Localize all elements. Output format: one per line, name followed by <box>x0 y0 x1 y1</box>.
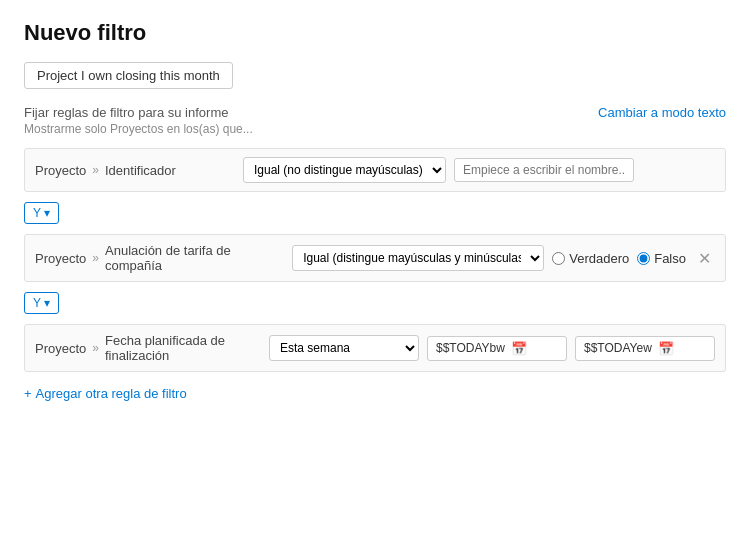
field-entity-3: Proyecto <box>35 341 86 356</box>
field-separator-2: » <box>92 251 99 265</box>
field-name-3: Fecha planificada de finalización <box>105 333 261 363</box>
field-separator-3: » <box>92 341 99 355</box>
filter-settings-subtitle: Mostrarme solo Proyectos en los(as) que.… <box>24 122 253 136</box>
date-end-field-3[interactable]: $$TODAYew 📅 <box>575 336 715 361</box>
radio-true-2[interactable] <box>552 252 565 265</box>
filter-row-1: Proyecto » Identificador Igual (no disti… <box>24 148 726 192</box>
date-end-value-3: $$TODAYew <box>584 341 652 355</box>
filter-name-button[interactable]: Project I own closing this month <box>24 62 233 89</box>
logic-button-2[interactable]: Y ▾ <box>24 292 59 314</box>
filter-row-2: Proyecto » Anulación de tarifa de compañ… <box>24 234 726 282</box>
logic-button-1[interactable]: Y ▾ <box>24 202 59 224</box>
filter-row-3: Proyecto » Fecha planificada de finaliza… <box>24 324 726 372</box>
logic-chevron-1: ▾ <box>44 206 50 220</box>
filter-header: Fijar reglas de filtro para su informe M… <box>24 105 726 136</box>
radio-true-text-2: Verdadero <box>569 251 629 266</box>
filter-rows: Proyecto » Identificador Igual (no disti… <box>24 148 726 372</box>
filter-field-3: Proyecto » Fecha planificada de finaliza… <box>35 333 261 363</box>
logic-label-1: Y <box>33 206 41 220</box>
radio-false-2[interactable] <box>637 252 650 265</box>
boolean-value-group-2: Verdadero Falso ✕ <box>552 249 715 268</box>
filter-row-group-3: Proyecto » Fecha planificada de finaliza… <box>24 324 726 372</box>
filter-row-group-1: Proyecto » Identificador Igual (no disti… <box>24 148 726 230</box>
filter-operator-1[interactable]: Igual (no distingue mayúsculas) <box>243 157 446 183</box>
page-container: Nuevo filtro Project I own closing this … <box>0 0 750 421</box>
logic-row-1: Y ▾ <box>24 196 726 230</box>
filter-info: Fijar reglas de filtro para su informe M… <box>24 105 253 136</box>
field-name-1: Identificador <box>105 163 176 178</box>
filter-operator-3[interactable]: Esta semana <box>269 335 419 361</box>
clear-button-2[interactable]: ✕ <box>694 249 715 268</box>
field-separator-1: » <box>92 163 99 177</box>
add-rule-label: Agregar otra regla de filtro <box>36 386 187 401</box>
page-title: Nuevo filtro <box>24 20 726 46</box>
logic-row-2: Y ▾ <box>24 286 726 320</box>
logic-label-2: Y <box>33 296 41 310</box>
filter-field-1: Proyecto » Identificador <box>35 163 235 178</box>
field-entity-2: Proyecto <box>35 251 86 266</box>
logic-chevron-2: ▾ <box>44 296 50 310</box>
filter-row-group-2: Proyecto » Anulación de tarifa de compañ… <box>24 234 726 320</box>
calendar-end-icon: 📅 <box>658 341 674 356</box>
radio-false-text-2: Falso <box>654 251 686 266</box>
filter-field-2: Proyecto » Anulación de tarifa de compañ… <box>35 243 284 273</box>
date-start-value-3: $$TODAYbw <box>436 341 505 355</box>
filter-settings-title: Fijar reglas de filtro para su informe <box>24 105 253 120</box>
calendar-start-icon: 📅 <box>511 341 527 356</box>
text-mode-button[interactable]: Cambiar a modo texto <box>598 105 726 120</box>
field-name-2: Anulación de tarifa de compañía <box>105 243 284 273</box>
add-rule-button[interactable]: + Agregar otra regla de filtro <box>24 386 187 401</box>
filter-operator-2[interactable]: Igual (distingue mayúsculas y minúsculas… <box>292 245 544 271</box>
field-entity-1: Proyecto <box>35 163 86 178</box>
filter-value-input-1[interactable] <box>454 158 634 182</box>
add-rule-icon: + <box>24 386 32 401</box>
radio-false-label-2[interactable]: Falso <box>637 251 686 266</box>
radio-true-label-2[interactable]: Verdadero <box>552 251 629 266</box>
date-start-field-3[interactable]: $$TODAYbw 📅 <box>427 336 567 361</box>
